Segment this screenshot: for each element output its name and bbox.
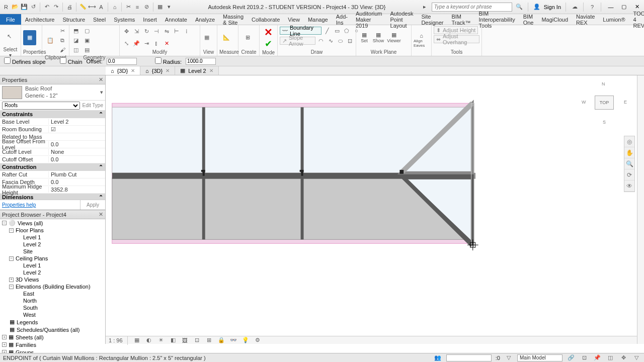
crop-show-icon[interactable]: ⊞ [205,336,214,345]
browser-elevations[interactable]: Elevations (Building Elevation) [16,284,91,290]
cancel-mode-button[interactable]: ✕ [264,26,273,38]
tab-sitedesigner[interactable]: Site Designer [417,14,447,25]
help-icon[interactable]: ? [588,3,596,11]
wp-set-button[interactable]: ▦Set [358,28,370,48]
sync-icon[interactable]: ↺ [29,3,37,11]
expand-icon[interactable]: − [2,221,7,225]
group-construction[interactable]: Construction [2,164,36,170]
tab-naviate[interactable]: Naviate REX [572,14,599,25]
viewtab-level2[interactable]: ▦Level 2✕ [175,66,218,75]
category-select[interactable]: Roofs [2,102,80,110]
close-hidden-icon[interactable]: ⊘ [142,3,150,11]
tab-manage[interactable]: Manage [304,14,332,25]
browser-ceiling[interactable]: Ceiling Plans [16,255,48,261]
adjust-overhang-button[interactable]: ⬌Adjust Overhang [434,35,479,43]
close-button[interactable]: ✕ [632,3,642,11]
browser-3dviews[interactable]: 3D Views [16,277,39,283]
close-icon[interactable]: ✕ [131,68,135,73]
browser-north[interactable]: North [0,297,105,304]
tab-tools4revit[interactable]: TOOLS 4 REVIT [629,14,644,25]
navigation-bar[interactable]: ◎ ✋ 🔍 ⟳ 👁 [624,136,635,192]
chain-check[interactable]: Chain [60,57,83,65]
draw-arc-icon[interactable]: ◠ [317,36,325,45]
nav-zoom-icon[interactable]: 🔍 [624,158,634,169]
design-option-select[interactable]: Main Model [517,354,562,361]
draw-rect-icon[interactable]: ▭ [333,26,341,35]
browser-c-level2[interactable]: Level 2 [0,269,105,276]
sb-filter-icon[interactable]: ▽ [504,353,513,363]
offset-input[interactable] [107,58,137,65]
minimize-button[interactable]: — [606,3,616,11]
measure-icon[interactable]: 📏 [79,3,87,11]
tab-architecture[interactable]: Architecture [21,14,59,25]
default3d-icon[interactable]: ⌂ [111,3,119,11]
tab-massing[interactable]: Massing & Site [219,14,248,25]
cope-icon[interactable]: ⬒ [71,26,80,35]
signin-label[interactable]: Sign In [544,4,561,10]
thin-lines-icon[interactable]: ≡ [133,3,141,11]
expand-icon[interactable]: + [2,335,7,339]
type-dropdown-icon[interactable]: ▾ [100,89,103,96]
nav-orbit-icon[interactable]: ⟳ [624,169,634,180]
tab-magicloud[interactable]: MagiCloud [537,14,572,25]
render-icon[interactable]: 🖼 [181,336,190,345]
wp-viewer-button[interactable]: ▦Viewer [386,28,401,48]
tab-view[interactable]: View [284,14,304,25]
expand-icon[interactable]: + [9,278,14,282]
split-icon[interactable]: ⊢ [172,27,181,36]
geom-b-icon[interactable]: ▣ [83,36,92,45]
browser-legends[interactable]: Legends [17,319,38,325]
offset-icon[interactable]: ⇥ [142,39,151,48]
trim-icon[interactable]: ⊣ [152,27,161,36]
text-icon[interactable]: A [97,3,105,11]
nav-wheel-icon[interactable]: ◎ [624,136,634,147]
expand-icon[interactable]: − [9,285,14,289]
mirror-icon[interactable]: ⇋ [162,27,171,36]
cut-geom-icon[interactable]: ◪ [71,36,80,45]
group-dimensions[interactable]: Dimensions [2,194,33,200]
group-constraints[interactable]: Constraints [2,111,33,118]
user-icon[interactable]: 👤 [533,3,541,11]
maximize-button[interactable]: ▢ [619,3,629,11]
tab-bimone[interactable]: BIM One [519,14,538,25]
dim-icon[interactable]: ⟷ [88,3,96,11]
prop-base-offset[interactable]: 0.0 [48,141,105,147]
redo-icon[interactable]: ↷ [52,3,60,11]
draw-line-icon[interactable]: ╱ [324,26,331,35]
close-icon[interactable]: ✕ [209,68,213,73]
viewcube[interactable]: N S W E TOP [582,80,627,126]
switch-windows-icon[interactable]: ▦ [156,3,164,11]
rotate-icon[interactable]: ↻ [142,27,151,36]
sb-select-pinned-icon[interactable]: 📌 [593,353,602,363]
tab-bimtrack[interactable]: BIM Track™ [447,14,474,25]
align-eaves-button[interactable]: ⌂Align Eaves [414,30,429,50]
sb-drag-icon[interactable]: ✥ [619,353,628,363]
undo-icon[interactable]: ↶ [43,3,51,11]
prop-rafter-cut[interactable]: Plumb Cut [48,171,105,177]
qat-dropdown-icon[interactable]: ▾ [165,3,173,11]
sun-path-icon[interactable]: ☀ [156,336,166,345]
slope-arrow-button[interactable]: ↗Slope Arrow [280,37,315,45]
join-icon[interactable]: ◫ [71,45,80,54]
pin-icon[interactable]: 📌 [132,39,141,48]
prop-room-bounding[interactable]: ☑ [48,126,105,133]
draw-poly-icon[interactable]: ⬠ [343,26,351,35]
tab-steel[interactable]: Steel [89,14,110,25]
properties-close-icon[interactable]: ✕ [99,76,103,83]
browser-views[interactable]: Views (all) [18,220,43,226]
array-icon[interactable]: ⁞ [182,27,191,36]
nav-look-icon[interactable]: 👁 [624,180,634,192]
radius-check[interactable]: Radius: [155,57,182,65]
browser-sheets[interactable]: Sheets (all) [16,334,44,340]
tab-systems[interactable]: Systems [110,14,139,25]
tab-insert[interactable]: Insert [139,14,161,25]
finish-mode-button[interactable]: ✔ [265,38,272,49]
browser-east[interactable]: East [0,290,105,297]
draw-spline-icon[interactable]: ∿ [327,36,335,45]
sb-select-underlay-icon[interactable]: ⊡ [580,353,589,363]
browser-south[interactable]: South [0,304,105,311]
prop-max-ridge[interactable]: 3352.8 [48,187,105,193]
view-panel-icon[interactable]: ▦ [202,33,211,42]
open-icon[interactable]: 📂 [11,3,19,11]
modify-tool-button[interactable]: ↖ [2,26,16,46]
